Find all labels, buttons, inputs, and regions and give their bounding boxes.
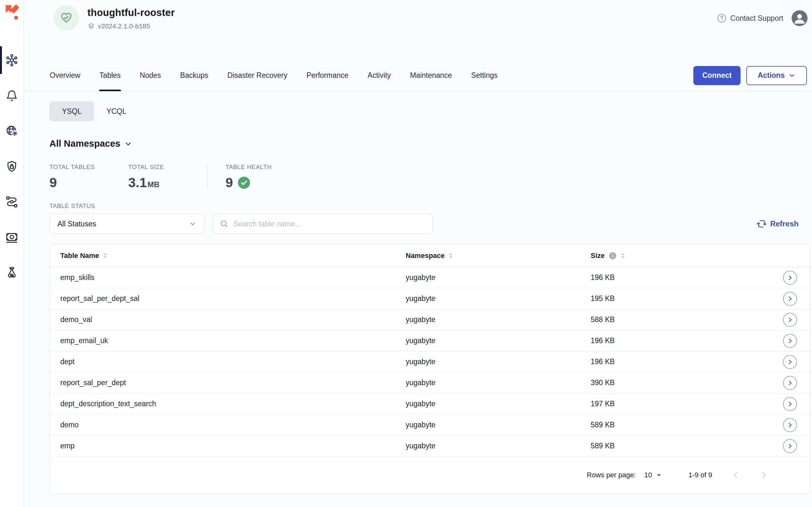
help-question-icon bbox=[717, 13, 727, 23]
cell-table-name: demo_val bbox=[60, 315, 406, 324]
tab-overview[interactable]: Overview bbox=[49, 60, 81, 91]
row-expand-button[interactable] bbox=[783, 292, 797, 306]
stat-label: TABLE HEALTH bbox=[225, 164, 272, 171]
tab-activity[interactable]: Activity bbox=[367, 60, 391, 91]
contact-support-label: Contact Support bbox=[730, 14, 783, 23]
sidebar-item-clusters[interactable] bbox=[0, 42, 23, 78]
tabbar: Overview Tables Nodes Backups Disaster R… bbox=[24, 60, 812, 91]
cell-table-name: dept bbox=[60, 357, 406, 366]
toggle-ysql[interactable]: YSQL bbox=[49, 101, 94, 121]
cell-namespace: yugabyte bbox=[406, 315, 591, 324]
row-expand-button[interactable] bbox=[783, 355, 797, 369]
tab-performance[interactable]: Performance bbox=[306, 60, 349, 91]
stats-row: TOTAL TABLES 9 TOTAL SIZE 3.1MB TABLE HE… bbox=[49, 164, 810, 190]
cell-size: 589 KB bbox=[591, 442, 782, 450]
cell-namespace: yugabyte bbox=[406, 294, 591, 303]
chevron-down-icon bbox=[789, 72, 796, 79]
row-expand-button[interactable] bbox=[783, 376, 797, 390]
pagination: Rows per page: 10 1-9 of 9 bbox=[50, 457, 810, 494]
stat-value: 9 bbox=[225, 175, 272, 190]
main-area: thoughtful-rooster v2024.2.1.0-b185 bbox=[24, 0, 812, 507]
table-row[interactable]: report_sal_per_dept_sal yugabyte 195 KB bbox=[50, 288, 810, 309]
cell-size: 589 KB bbox=[591, 420, 782, 429]
tab-disaster-recovery[interactable]: Disaster Recovery bbox=[227, 60, 288, 91]
row-expand-button[interactable] bbox=[783, 271, 797, 285]
yugabyte-logo-icon[interactable] bbox=[5, 4, 19, 20]
sidebar-item-labs[interactable] bbox=[0, 255, 23, 290]
cell-namespace: yugabyte bbox=[406, 357, 591, 366]
cell-size: 197 KB bbox=[591, 400, 782, 408]
row-expand-button[interactable] bbox=[783, 397, 797, 411]
cell-table-name: demo bbox=[60, 420, 406, 429]
tab-maintenance[interactable]: Maintenance bbox=[410, 60, 452, 91]
search-input[interactable] bbox=[233, 220, 426, 228]
table-row[interactable]: demo_val yugabyte 588 KB bbox=[50, 309, 810, 330]
cell-size: 390 KB bbox=[591, 379, 782, 387]
namespace-filter-label: All Namespaces bbox=[49, 138, 120, 149]
alerts-bell-icon bbox=[5, 89, 18, 102]
user-avatar[interactable] bbox=[792, 10, 808, 26]
toggle-ycql[interactable]: YCQL bbox=[94, 101, 139, 121]
tab-settings[interactable]: Settings bbox=[471, 60, 498, 91]
stat-label: TOTAL TABLES bbox=[49, 164, 128, 171]
table-row[interactable]: emp_email_uk yugabyte 196 KB bbox=[50, 330, 810, 351]
row-expand-button[interactable] bbox=[783, 334, 797, 348]
sidebar-item-billing[interactable] bbox=[0, 219, 23, 255]
col-namespace[interactable]: Namespace bbox=[406, 251, 591, 260]
info-icon[interactable] bbox=[608, 251, 617, 260]
billing-money-icon bbox=[5, 231, 18, 244]
search-box bbox=[213, 214, 433, 234]
status-select[interactable]: All Statuses bbox=[49, 214, 205, 234]
table-row[interactable]: emp_skills yugabyte 196 KB bbox=[50, 267, 810, 288]
rows-per-page-select[interactable]: 10 bbox=[644, 471, 661, 479]
table-row[interactable]: dept yugabyte 196 KB bbox=[50, 351, 810, 373]
tab-backups[interactable]: Backups bbox=[180, 60, 209, 91]
tab-nodes[interactable]: Nodes bbox=[140, 60, 161, 91]
table-row[interactable]: report_sal_per_dept yugabyte 390 KB bbox=[50, 373, 810, 393]
actions-button-label: Actions bbox=[758, 71, 784, 80]
security-shield-lock-icon bbox=[5, 160, 18, 173]
tables-card: Table Name Namespace Size bbox=[49, 244, 810, 494]
title-block: thoughtful-rooster v2024.2.1.0-b185 bbox=[88, 4, 175, 30]
version-label: v2024.2.1.0-b185 bbox=[98, 22, 150, 30]
stat-value: 3.1MB bbox=[128, 175, 207, 190]
table-row[interactable]: demo yugabyte 589 KB bbox=[50, 414, 810, 436]
stat-label: TOTAL SIZE bbox=[128, 164, 207, 171]
version-row: v2024.2.1.0-b185 bbox=[88, 22, 175, 30]
table-row[interactable]: dept_description_text_search yugabyte 19… bbox=[50, 393, 810, 414]
cluster-health-badge bbox=[54, 5, 79, 31]
cell-table-name: report_sal_per_dept_sal bbox=[60, 294, 406, 303]
refresh-button[interactable]: Refresh bbox=[757, 219, 799, 229]
table-status-label: TABLE STATUS bbox=[49, 203, 810, 210]
contact-support-link[interactable]: Contact Support bbox=[717, 13, 783, 23]
rows-per-page-value: 10 bbox=[644, 471, 652, 479]
sidebar-item-security[interactable] bbox=[0, 149, 23, 184]
namespace-filter[interactable]: All Namespaces bbox=[49, 138, 132, 149]
status-select-value: All Statuses bbox=[57, 220, 96, 228]
refresh-icon bbox=[757, 219, 767, 229]
sidebar-item-alerts[interactable] bbox=[0, 78, 23, 113]
cell-namespace: yugabyte bbox=[406, 273, 591, 282]
row-expand-button[interactable] bbox=[783, 439, 797, 453]
refresh-label: Refresh bbox=[770, 219, 799, 228]
cell-table-name: emp_skills bbox=[60, 273, 406, 282]
connect-button[interactable]: Connect bbox=[693, 66, 741, 85]
sidebar-item-integrations[interactable] bbox=[0, 184, 23, 219]
previous-page-button[interactable] bbox=[731, 471, 740, 480]
sidebar bbox=[0, 0, 24, 507]
cell-table-name: emp bbox=[60, 442, 406, 450]
actions-button[interactable]: Actions bbox=[746, 66, 807, 85]
chevron-down-icon bbox=[189, 220, 197, 228]
topbar: thoughtful-rooster v2024.2.1.0-b185 bbox=[24, 0, 812, 60]
col-table-name[interactable]: Table Name bbox=[60, 251, 406, 260]
row-expand-button[interactable] bbox=[783, 313, 797, 327]
sort-icon bbox=[620, 252, 625, 259]
page-title: thoughtful-rooster bbox=[88, 7, 175, 18]
next-page-button[interactable] bbox=[759, 471, 768, 480]
col-size[interactable]: Size bbox=[591, 251, 782, 260]
row-expand-button[interactable] bbox=[783, 418, 797, 432]
layers-icon bbox=[88, 22, 95, 30]
table-row[interactable]: emp yugabyte 589 KB bbox=[50, 436, 810, 457]
tab-tables[interactable]: Tables bbox=[99, 60, 121, 91]
sidebar-item-network[interactable] bbox=[0, 113, 23, 149]
